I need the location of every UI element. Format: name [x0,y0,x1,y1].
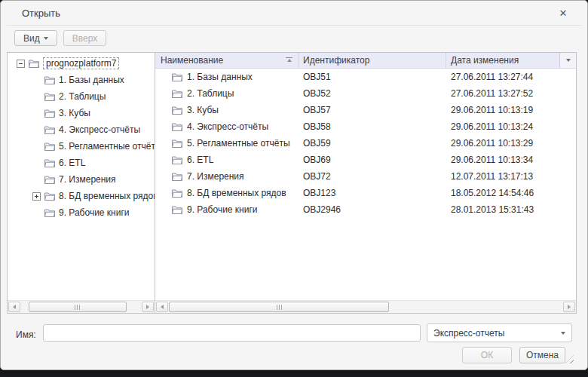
cell-identifier: OBJ57 [299,105,446,115]
folder-icon [171,188,183,198]
scrollbar-track[interactable] [21,302,141,312]
toolbar: Вид Вверх [14,30,106,46]
table-row[interactable]: 3. Кубы OBJ57 29.06.2011 10:13:19 [155,102,576,118]
view-button[interactable]: Вид [14,30,57,46]
tree-root-item[interactable]: prognozplatform7 [8,55,155,72]
dropdown-arrow-icon [566,59,571,62]
scrollbar-thumb[interactable] [29,302,127,312]
tree-item-label: 6. ETL [59,158,85,168]
cell-identifier: OBJ2946 [299,204,446,215]
table-row[interactable]: 7. Измерения OBJ72 12.07.2011 13:17:13 [155,168,576,185]
grid-panel: Наименование Идентификатор Дата изменени… [155,52,577,314]
folder-icon [44,92,56,102]
table-row[interactable]: 8. БД временных рядов OBJ123 18.05.2012 … [155,185,576,201]
collapse-minus-icon[interactable] [17,60,25,68]
ok-button[interactable]: ОК [462,347,512,363]
folder-icon [44,175,56,185]
tree-item[interactable]: 5. Регламентные отчёты [8,138,155,155]
dropdown-arrow-icon [44,37,48,40]
scrollbar-track[interactable] [169,302,562,312]
open-dialog: Открыть ✕ Вид Вверх [0,0,588,370]
table-row[interactable]: 6. ETL OBJ69 29.06.2011 10:13:34 [155,152,576,168]
folder-icon [171,155,183,165]
tree-item[interactable]: 2. Таблицы [8,88,155,105]
tree-item[interactable]: 6. ETL [8,155,155,171]
column-header-name[interactable]: Наименование [155,53,299,68]
tree-item[interactable]: 1. Базы данных [8,72,155,88]
column-header-date[interactable]: Дата изменения [446,53,559,68]
tree-item[interactable]: 7. Измерения [8,171,155,188]
folder-icon [44,158,56,168]
cell-date-modified: 18.05.2012 14:54:46 [446,188,576,198]
column-header-name-label: Наименование [161,55,223,66]
name-input[interactable] [43,324,421,342]
scroll-right-icon[interactable] [142,302,154,312]
cell-date-modified: 29.06.2011 10:13:24 [446,121,576,132]
folder-icon [44,142,56,152]
tree-children: 1. Базы данных 2. Таблицы [8,72,155,221]
close-icon[interactable]: ✕ [556,6,570,20]
sort-asc-icon [286,57,292,62]
column-header-id[interactable]: Идентификатор [299,53,446,68]
expand-plus-icon[interactable] [32,192,41,201]
scrollbar-thumb[interactable] [169,302,389,312]
cell-name-label: 7. Измерения [187,171,244,182]
grid-body: 1. Базы данных OBJ51 27.06.2011 13:27:44 [155,69,576,300]
folder-icon [44,192,56,201]
cell-name-label: 6. ETL [187,155,213,165]
scroll-left-icon[interactable] [156,302,168,312]
tree-panel: prognozplatform7 1 [7,52,155,314]
column-menu-button[interactable] [559,53,576,68]
tree-horizontal-scrollbar[interactable] [8,300,155,313]
scroll-left-icon[interactable] [8,302,20,312]
cell-name-label: 9. Рабочие книги [187,204,258,215]
cell-name: 8. БД временных рядов [155,188,299,198]
tree-item[interactable]: 9. Рабочие книги [8,204,155,221]
resize-grip-icon[interactable] [565,355,574,363]
cell-name-label: 8. БД временных рядов [187,188,286,198]
type-filter-select[interactable]: Экспресс-отчеты [427,323,572,342]
table-row[interactable]: 1. Базы данных OBJ51 27.06.2011 13:27:44 [155,69,576,85]
folder-icon [171,89,183,99]
table-row[interactable]: 9. Рабочие книги OBJ2946 28.01.2013 15:3… [155,201,576,218]
cell-name: 7. Измерения [155,171,299,182]
folder-icon [171,122,183,132]
folder-icon [171,139,183,149]
tree-panel-body: prognozplatform7 1 [8,53,155,300]
tree-item-label: 1. Базы данных [59,75,124,85]
cell-date-modified: 29.06.2011 10:13:29 [446,138,576,149]
up-button[interactable]: Вверх [63,30,106,46]
table-row[interactable]: 5. Регламентные отчёты OBJ59 29.06.2011 … [155,135,576,152]
cell-identifier: OBJ59 [299,138,446,149]
title-separator [7,25,581,26]
tree-item-label: 7. Измерения [59,174,116,185]
tree-item[interactable]: 4. Экспресс-отчёты [8,121,155,138]
tree-item[interactable]: 3. Кубы [8,105,155,121]
up-button-label: Вверх [72,33,97,44]
folder-icon [44,125,56,135]
cell-identifier: OBJ123 [299,188,446,198]
tree-item[interactable]: 8. БД временных рядов [8,188,155,204]
column-header-date-label: Дата изменения [451,55,519,66]
folder-tree: prognozplatform7 1 [8,53,155,221]
title-bar: Открыть ✕ [1,1,587,25]
table-row[interactable]: 4. Экспресс-отчёты OBJ58 29.06.2011 10:1… [155,118,576,135]
folder-icon [171,172,183,182]
scroll-right-icon[interactable] [563,302,575,312]
column-header-id-label: Идентификатор [303,55,369,66]
cell-name: 5. Регламентные отчёты [155,138,299,149]
cell-name-label: 2. Таблицы [187,88,234,99]
cancel-button[interactable]: Отмена [519,347,565,363]
cell-name-label: 1. Базы данных [187,72,253,82]
cell-date-modified: 28.01.2013 15:31:43 [446,204,576,215]
cell-date-modified: 29.06.2011 10:13:34 [446,155,576,165]
grid-horizontal-scrollbar[interactable] [155,300,576,313]
cell-identifier: OBJ58 [299,121,446,132]
cell-date-modified: 12.07.2011 13:17:13 [446,171,576,182]
folder-icon [171,205,183,215]
folder-icon [44,75,56,85]
cell-name: 3. Кубы [155,105,299,115]
table-row[interactable]: 2. Таблицы OBJ52 27.06.2011 13:27:52 [155,85,576,102]
tree-item-label: 5. Регламентные отчёты [59,141,155,152]
cell-name-label: 3. Кубы [187,105,219,115]
